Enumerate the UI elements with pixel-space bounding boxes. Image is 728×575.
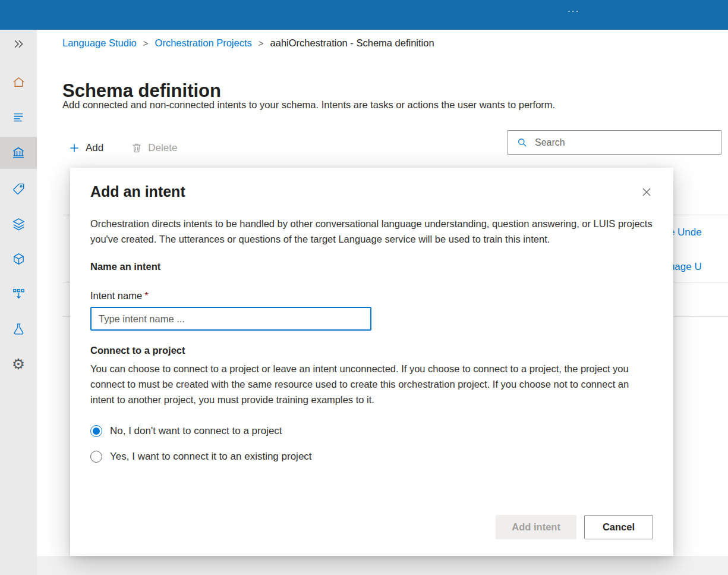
sidebar-item-train[interactable] <box>0 209 37 238</box>
deploy-icon <box>12 287 26 301</box>
radio-button-icon <box>90 425 102 437</box>
breadcrumb-separator: > <box>143 38 149 48</box>
plus-icon <box>68 142 80 154</box>
sidebar-item-list[interactable] <box>0 103 37 131</box>
breadcrumb: Language Studio > Orchestration Projects… <box>62 37 434 49</box>
intent-name-label-text: Intent name <box>90 290 142 301</box>
home-icon <box>12 76 26 89</box>
close-icon <box>641 187 652 197</box>
search-input[interactable] <box>534 137 715 149</box>
list-icon <box>12 111 25 124</box>
layers-icon <box>12 217 26 231</box>
page-footer-band <box>37 556 728 575</box>
page-title: Schema definition <box>62 80 221 102</box>
close-button[interactable] <box>638 183 655 201</box>
breadcrumb-separator: > <box>259 38 264 48</box>
radio-option-label: Yes, I want to connect it to an existing… <box>110 451 312 463</box>
cube-icon <box>12 252 26 266</box>
dialog-footer: Add intent Cancel <box>496 515 653 539</box>
sidebar-item-deploy[interactable] <box>0 279 37 308</box>
radio-button-icon <box>90 451 102 463</box>
trash-icon <box>131 142 143 154</box>
gear-icon: ⚙ <box>12 357 25 372</box>
cancel-button[interactable]: Cancel <box>584 515 653 539</box>
sidebar-item-testing[interactable] <box>0 315 37 343</box>
tag-icon <box>12 182 26 196</box>
delete-button[interactable]: Delete <box>131 142 177 154</box>
intent-name-input[interactable] <box>90 307 371 331</box>
connect-description: You can choose to connect to a project o… <box>90 361 653 407</box>
double-chevron-right-icon <box>12 38 24 50</box>
sidebar-item-settings[interactable]: ⚙ <box>0 350 37 378</box>
schema-icon <box>11 146 26 160</box>
sidebar-expand-button[interactable] <box>0 30 37 58</box>
radio-option-no-connect[interactable]: No, I don't want to connect to a project <box>90 425 653 437</box>
intent-name-label: Intent name* <box>90 290 653 301</box>
search-box <box>508 130 721 155</box>
dialog-description: Orchestration directs intents to be hand… <box>90 216 653 247</box>
radio-option-label: No, I don't want to connect to a project <box>110 425 282 437</box>
required-marker: * <box>144 290 148 301</box>
connect-radio-group: No, I don't want to connect to a project… <box>90 425 653 463</box>
topbar: ... <box>0 0 728 30</box>
command-bar: Add Delete <box>68 139 177 157</box>
flask-icon <box>12 322 26 336</box>
delete-button-label: Delete <box>148 142 177 154</box>
breadcrumb-current: aahiOrchestration - Schema definition <box>270 37 434 49</box>
dialog-title: Add an intent <box>90 183 653 200</box>
breadcrumb-orchestration-projects[interactable]: Orchestration Projects <box>155 37 252 49</box>
add-button-label: Add <box>86 142 103 154</box>
add-button[interactable]: Add <box>68 142 103 154</box>
sidebar-item-tag[interactable] <box>0 174 37 203</box>
breadcrumb-language-studio[interactable]: Language Studio <box>62 37 137 49</box>
more-options-icon[interactable]: ... <box>568 3 579 15</box>
sidebar: ⚙ <box>0 30 37 575</box>
add-intent-button[interactable]: Add intent <box>496 515 576 539</box>
sidebar-item-model[interactable] <box>0 244 37 273</box>
name-section-label: Name an intent <box>90 261 653 272</box>
page-subtitle: Add connected and non-connected intents … <box>62 99 555 111</box>
sidebar-item-home[interactable] <box>0 68 37 96</box>
search-icon <box>516 137 528 148</box>
sidebar-item-schema-definition[interactable] <box>0 137 37 169</box>
add-intent-dialog: Add an intent Orchestration directs inte… <box>70 168 673 556</box>
radio-option-connect-existing[interactable]: Yes, I want to connect it to an existing… <box>90 451 653 463</box>
connect-section-label: Connect to a project <box>90 345 653 356</box>
